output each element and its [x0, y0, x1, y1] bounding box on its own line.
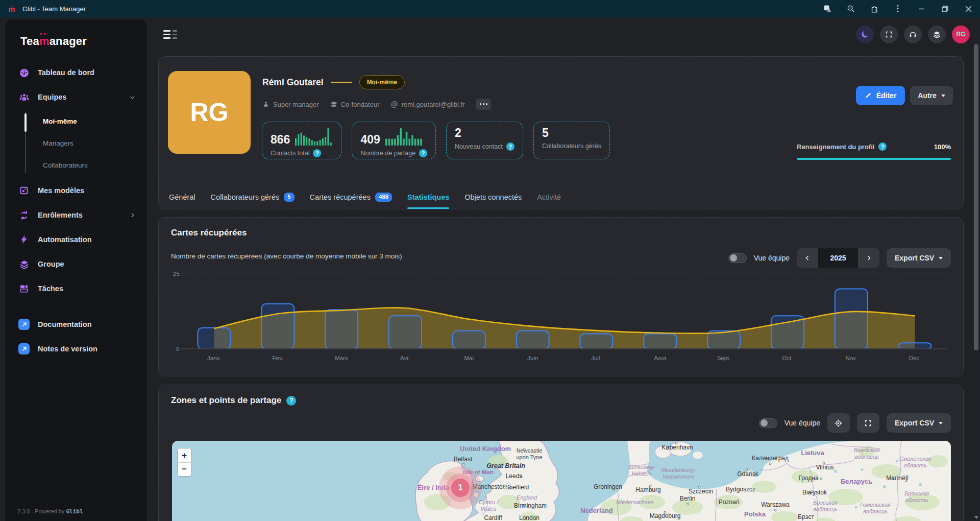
map[interactable]: + − United KingdomÉire / IrelaIsle of Ma…: [172, 441, 951, 521]
svg-text:0: 0: [176, 346, 179, 352]
map-export-csv-button[interactable]: Export CSV: [887, 413, 951, 433]
sidebar-subitem-collaborateurs[interactable]: Collaborateurs: [11, 154, 140, 176]
tab-activit-[interactable]: Activité: [537, 185, 561, 209]
city-dot: [774, 509, 777, 512]
headset-icon[interactable]: [904, 26, 922, 43]
translate-icon[interactable]: [816, 0, 839, 17]
stat-card-collaborateurs-g-r-s: 5Collaborateurs gérés: [533, 122, 610, 159]
sidebar-item-mes-mod-les[interactable]: Mes modèles: [11, 178, 140, 203]
person-icon: [262, 101, 270, 108]
map-zoom-control: + −: [177, 448, 191, 477]
sidebar-item-enr-lements[interactable]: Enrôlements: [11, 203, 140, 227]
sidebar-subtree: Moi-mêmeManagersCollaborateurs: [11, 110, 140, 176]
stat-label: Collaborateurs gérés: [542, 143, 601, 150]
sparkline: [385, 127, 423, 146]
target-icon: [834, 419, 843, 428]
app-logo-icon: m̈: [7, 4, 16, 13]
svg-text:Avr.: Avr.: [400, 355, 410, 361]
help-icon[interactable]: ?: [286, 396, 296, 406]
sidebar-item-label: Tâches: [38, 285, 63, 293]
export-csv-button[interactable]: Export CSV: [887, 248, 951, 268]
help-icon[interactable]: ?: [419, 149, 427, 157]
tasks-icon: [18, 283, 30, 294]
tab-objets-connect-s[interactable]: Objets connectés: [464, 185, 522, 209]
sidebar-link-documentation[interactable]: Documentation: [11, 312, 140, 337]
tab-g-n-ral[interactable]: Général: [169, 185, 195, 209]
completion-label: Renseignement du profil: [797, 143, 874, 151]
team-view-label: Vue équipe: [754, 254, 790, 262]
map-cluster-marker[interactable]: 1: [451, 479, 470, 497]
edit-button[interactable]: Éditer: [856, 86, 905, 105]
city-dot: [769, 463, 772, 465]
sidebar-item-t-ches[interactable]: Tâches: [11, 276, 140, 301]
stack-icon[interactable]: [928, 26, 946, 43]
svg-text:Aout: Aout: [654, 355, 666, 361]
sidebar-nav: Tableau de bordEquipesMoi-mêmeManagersCo…: [5, 57, 147, 361]
next-year-button[interactable]: [858, 248, 879, 268]
tab-cartes-r-cup-r-es[interactable]: Cartes récupérées488: [310, 185, 392, 209]
map-team-view-toggle[interactable]: [759, 418, 777, 428]
svg-text:Mai: Mai: [464, 355, 474, 361]
chevron-down-icon: [129, 94, 136, 101]
city-dot: [892, 478, 894, 480]
sidebar-subitem-moi-m-me[interactable]: Moi-même: [11, 110, 140, 132]
user-avatar[interactable]: RG: [952, 26, 970, 43]
restore-button[interactable]: [933, 0, 957, 17]
close-button[interactable]: [957, 0, 980, 17]
zoom-out-button[interactable]: −: [178, 462, 191, 476]
scroll-down-arrow-icon[interactable]: [974, 516, 978, 519]
sidebar-item-automatisation[interactable]: Automatisation: [11, 227, 140, 252]
sidebar-link-notes-de-version[interactable]: Notes de version: [11, 337, 140, 361]
active-item-indicator: [24, 113, 27, 132]
map-terrain: [172, 441, 951, 521]
sidebar-item-label: Enrôlements: [38, 211, 83, 219]
meta-briefcase: Co-fondateur: [330, 101, 380, 108]
more-actions-button[interactable]: [476, 99, 491, 110]
other-button[interactable]: Autre: [910, 86, 953, 105]
map-fullscreen-button[interactable]: [857, 413, 879, 433]
tab-collaborateurs-g-r-s[interactable]: Collaborateurs gérés5: [211, 185, 295, 209]
search-zoom-icon[interactable]: [839, 0, 863, 17]
scrollbar-thumb[interactable]: [974, 44, 978, 350]
help-icon[interactable]: ?: [313, 149, 321, 157]
tab-statistiques[interactable]: Statistiques: [407, 185, 449, 209]
city-dot: [509, 487, 512, 489]
sidebar-toggle-icon[interactable]: [163, 30, 177, 39]
sidebar-item-tableau-de-bord[interactable]: Tableau de bord: [11, 60, 140, 85]
locate-button[interactable]: [827, 413, 850, 433]
help-icon[interactable]: ?: [878, 143, 887, 151]
sidebar-item-equipes[interactable]: Equipes: [11, 85, 140, 109]
fullscreen-icon[interactable]: [880, 26, 898, 43]
browser-menu-icon[interactable]: [886, 0, 910, 17]
stat-card-nouveau-contact: 2Nouveau contact?: [446, 122, 523, 159]
sidebar-item-label: Tableau de bord: [38, 68, 94, 77]
city-dot: [649, 485, 652, 487]
stat-value: 866: [271, 134, 290, 146]
profile-completion: Renseignement du profil ? 100%: [797, 143, 951, 160]
chevron-right-icon: [129, 212, 136, 219]
moon-icon[interactable]: [856, 26, 874, 43]
team-view-toggle[interactable]: [728, 253, 747, 263]
previous-year-button[interactable]: [797, 248, 818, 268]
sidebar-subitem-managers[interactable]: Managers: [11, 132, 140, 154]
tab-badge: 5: [284, 193, 294, 202]
svg-text:Nov.: Nov.: [845, 355, 857, 361]
city-dot: [687, 503, 689, 506]
sidebar-item-groupe[interactable]: Groupe: [11, 252, 140, 276]
page-scrollbar[interactable]: [972, 17, 980, 521]
sidebar-item-label: Automatisation: [38, 235, 92, 244]
svg-text:Juin: Juin: [527, 355, 538, 361]
template-icon: [18, 185, 30, 196]
map-card: Zones et points de partage ? Vue équipe …: [158, 385, 964, 521]
city-dot: [520, 476, 523, 478]
stat-value: 2: [455, 127, 461, 139]
help-icon[interactable]: ?: [506, 143, 514, 151]
svg-text:Oct.: Oct.: [782, 355, 793, 361]
stat-label: Contacts total: [271, 150, 309, 157]
map-title: Zones et points de partage: [171, 395, 281, 406]
sidebar-item-label: Equipes: [38, 93, 66, 101]
zoom-in-button[interactable]: +: [178, 448, 191, 462]
city-dot: [808, 492, 811, 494]
minimize-button[interactable]: [910, 0, 933, 17]
extensions-icon[interactable]: [863, 0, 886, 17]
